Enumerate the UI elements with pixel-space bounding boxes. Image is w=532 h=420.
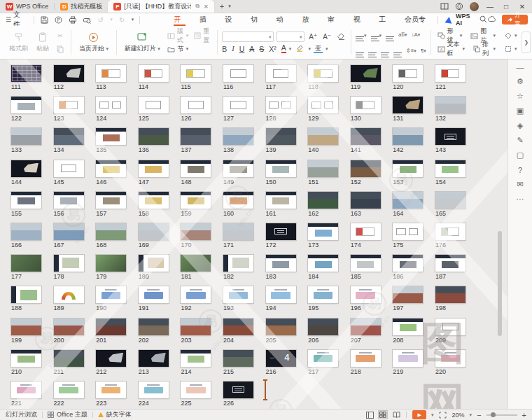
play-from-current-button[interactable]: 当页开始 ▾: [76, 31, 112, 54]
slide-thumbnail-201[interactable]: [96, 318, 126, 335]
slide-thumbnail-158[interactable]: [139, 192, 169, 209]
slide-thumbnail-157[interactable]: [96, 192, 126, 209]
justify-button[interactable]: [393, 43, 402, 57]
highlight-color-button[interactable]: [294, 44, 305, 53]
slide-thumbnail-211[interactable]: [54, 350, 84, 367]
menu-item-工具[interactable]: 工具: [372, 13, 398, 26]
slide-thumbnail-161[interactable]: [266, 192, 296, 209]
text-direction-button[interactable]: ab̅▾: [398, 31, 407, 38]
slide-thumbnail-186[interactable]: [393, 255, 423, 272]
print-icon[interactable]: [68, 15, 77, 24]
slide-thumbnail-207[interactable]: [351, 318, 381, 335]
slide-thumbnail-194[interactable]: [266, 286, 296, 303]
minimize-button[interactable]: —: [485, 3, 495, 10]
zoom-level-value[interactable]: 20%: [452, 412, 465, 419]
paragraph-settings-button[interactable]: ¶▾: [421, 48, 426, 54]
align-center-button[interactable]: [368, 43, 377, 57]
slide-thumbnail-183[interactable]: [266, 255, 296, 272]
slide-thumbnail-116[interactable]: [223, 65, 253, 82]
superscript-button[interactable]: X²: [269, 45, 276, 53]
slide-thumbnail-171[interactable]: [223, 223, 253, 240]
close-window-button[interactable]: ✕: [517, 3, 527, 10]
slide-thumbnail-221[interactable]: [11, 382, 41, 398]
wps-ai-entry[interactable]: WPS AI: [445, 13, 475, 27]
missing-fonts-warning[interactable]: 缺失字体: [98, 410, 132, 419]
decrease-font-button[interactable]: A⁻: [321, 33, 332, 41]
zoom-slider-handle[interactable]: [491, 412, 496, 417]
tab-docer-templates[interactable]: D 找稻壳模板: [55, 0, 108, 13]
menu-item-视图[interactable]: 视图: [346, 13, 372, 26]
copy-button[interactable]: [54, 43, 66, 55]
slide-thumbnail-120[interactable]: [393, 65, 423, 82]
reset-slide-button[interactable]: 重置: [192, 30, 213, 41]
print-preview-icon[interactable]: [82, 15, 91, 24]
maximize-button[interactable]: □: [501, 3, 511, 10]
slide-thumbnail-144[interactable]: [11, 160, 41, 177]
slide-thumbnail-170[interactable]: [181, 223, 211, 240]
slide-thumbnail-112[interactable]: [54, 65, 84, 82]
slide-layout-button[interactable]: 版式▾: [165, 30, 191, 41]
slide-thumbnail-122[interactable]: [11, 97, 41, 113]
slide-thumbnail-150[interactable]: [266, 160, 296, 177]
menu-item-插入[interactable]: 插入: [192, 13, 218, 26]
decrease-indent-button[interactable]: [386, 27, 394, 41]
numbered-list-button[interactable]: ▾: [371, 27, 382, 41]
feedback-icon[interactable]: ✉: [515, 180, 526, 189]
tab-document[interactable]: P [只读] 【HHD】教育设计资料 ⧉ ✕: [108, 0, 214, 13]
slide-thumbnail-167[interactable]: [54, 223, 84, 240]
slide-thumbnail-137[interactable]: [181, 128, 211, 145]
customize-toolbar-dropdown-icon[interactable]: ▾: [132, 17, 134, 22]
share-button[interactable]: 分享: [502, 15, 528, 24]
slide-thumbnail-225[interactable]: [181, 382, 211, 398]
slide-thumbnail-160[interactable]: [223, 192, 253, 209]
strikethrough-button[interactable]: S: [259, 45, 264, 53]
reading-view-button[interactable]: [392, 411, 400, 419]
menu-item-会员专享[interactable]: 会员专享: [398, 13, 435, 26]
slide-thumbnail-217[interactable]: [308, 350, 338, 367]
slide-thumbnail-205[interactable]: [266, 318, 296, 335]
fill-color-button[interactable]: ▾: [502, 30, 519, 41]
arrange-button[interactable]: 排列▾: [471, 43, 498, 55]
slide-thumbnail-156[interactable]: [54, 192, 84, 209]
menu-item-放映[interactable]: 放映: [295, 13, 321, 26]
text-effects-dropdown-icon[interactable]: ▾: [326, 46, 328, 52]
slide-thumbnail-185[interactable]: [351, 255, 381, 272]
slide-thumbnail-123[interactable]: [54, 97, 84, 113]
slide-thumbnail-222[interactable]: [54, 382, 84, 398]
menu-item-设计[interactable]: 设计: [218, 13, 244, 26]
zoom-slider[interactable]: [486, 414, 517, 416]
sort-text-button[interactable]: ↓A▾: [411, 31, 420, 38]
play-options-dropdown-icon[interactable]: ▾: [431, 412, 434, 418]
slide-thumbnail-202[interactable]: [139, 318, 169, 335]
export-pdf-icon[interactable]: P: [54, 15, 63, 24]
slide-thumbnail-124[interactable]: [96, 97, 126, 113]
slide-thumbnail-127[interactable]: [223, 97, 253, 113]
redo-icon[interactable]: ↻: [118, 15, 127, 24]
outline-color-button[interactable]: ▾: [502, 43, 519, 55]
bold-button[interactable]: B: [222, 45, 227, 53]
slide-thumbnail-117[interactable]: [266, 65, 296, 82]
slide-thumbnail-181[interactable]: [181, 255, 211, 272]
popout-tab-icon[interactable]: ⧉: [195, 3, 200, 10]
slide-thumbnail-179[interactable]: [96, 255, 126, 272]
menu-item-动画[interactable]: 动画: [270, 13, 295, 26]
strike-a-button[interactable]: A: [249, 45, 254, 53]
line-spacing-button[interactable]: ⇕≡▾: [406, 48, 416, 54]
slide-thumbnail-180[interactable]: [139, 255, 169, 272]
slide-thumbnail-216[interactable]: 4: [266, 350, 296, 367]
textbox-button[interactable]: A 文本框▾: [435, 43, 467, 55]
slide-thumbnail-184[interactable]: [308, 255, 338, 272]
slide-thumbnail-155[interactable]: [11, 192, 41, 209]
slide-thumbnail-198[interactable]: [435, 286, 465, 303]
clear-format-button[interactable]: [335, 33, 346, 41]
slide-thumbnail-166[interactable]: [11, 223, 41, 240]
new-tab-button[interactable]: +: [220, 2, 224, 10]
favorites-icon[interactable]: ☆: [515, 92, 526, 101]
slide-thumbnail-136[interactable]: [139, 128, 169, 145]
slide-thumbnail-139[interactable]: [266, 128, 296, 145]
undo-dropdown-icon[interactable]: ▾: [110, 17, 113, 22]
pin-icon[interactable]: —: [515, 62, 526, 71]
copy-style-icon[interactable]: ▣: [515, 106, 526, 115]
font-size-select[interactable]: ▾: [276, 31, 304, 42]
appearance-mode-icon[interactable]: [455, 2, 463, 10]
